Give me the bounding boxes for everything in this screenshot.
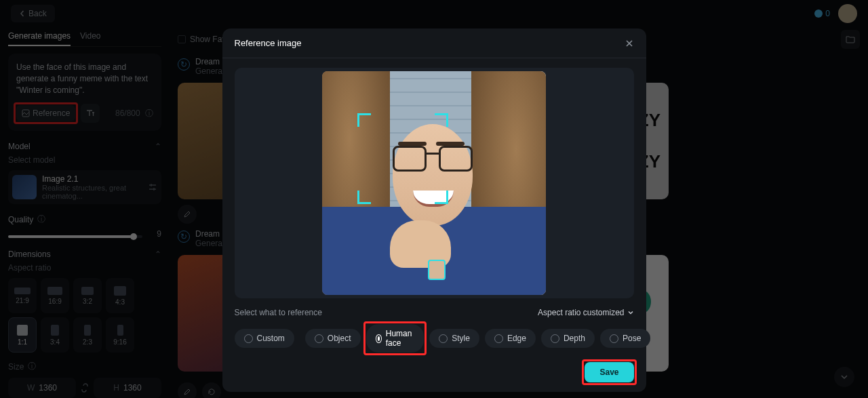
chip-custom[interactable]: Custom <box>235 329 294 348</box>
select-reference-label: Select what to reference <box>235 308 322 317</box>
reference-image[interactable] <box>322 71 546 295</box>
chip-object[interactable]: Object <box>305 329 361 348</box>
reference-image-frame <box>235 68 634 298</box>
close-button[interactable] <box>625 39 634 48</box>
chevron-down-icon <box>627 309 634 316</box>
modal-overlay: Reference image <box>0 0 868 398</box>
face-detection-box <box>357 113 448 204</box>
chip-edge[interactable]: Edge <box>485 329 536 348</box>
chip-human-face[interactable]: Human face <box>366 324 425 353</box>
reference-modal: Reference image <box>222 28 646 392</box>
chip-pose[interactable]: Pose <box>600 329 650 348</box>
save-button[interactable]: Save <box>585 362 633 382</box>
chip-style[interactable]: Style <box>429 329 479 348</box>
chip-depth[interactable]: Depth <box>541 329 595 348</box>
aspect-ratio-customized[interactable]: Aspect ratio customized <box>538 308 633 317</box>
modal-title: Reference image <box>235 38 302 48</box>
close-icon <box>625 39 634 48</box>
